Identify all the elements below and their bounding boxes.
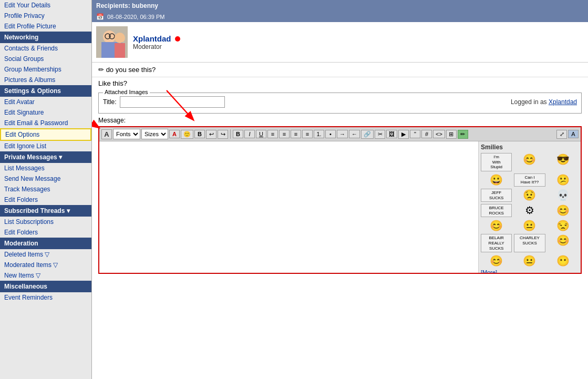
pencil-icon: ✏ xyxy=(98,66,104,74)
sidebar-item-edit-email-password[interactable]: Edit Email & Password xyxy=(0,118,91,128)
smiley-4[interactable]: 😕 xyxy=(548,173,579,187)
unordered-list-button[interactable]: • xyxy=(325,130,336,138)
sidebar-section-subscribed-threads: Subscribed Threads ▾ xyxy=(0,205,91,217)
align-right-button[interactable]: ≡ xyxy=(291,130,301,138)
smiley-3[interactable]: 😀 xyxy=(481,173,512,187)
unlink-button[interactable]: ✂ xyxy=(375,130,385,139)
sidebar-item-pictures-albums[interactable]: Pictures & Albums xyxy=(0,75,91,85)
smiley-14[interactable]: 😐 xyxy=(514,254,545,267)
sidebar: Edit Your Details Profile Privacy Edit P… xyxy=(0,0,92,379)
sidebar-item-track-messages[interactable]: Track Messages xyxy=(0,184,91,194)
eraser-button[interactable]: ✏ xyxy=(458,130,468,139)
message-date-bar: 📅 08-08-2020, 06:39 PM xyxy=(92,12,588,22)
editor-box: A Fonts Sizes A 🙂 B ↩ ↪ B xyxy=(98,126,582,274)
more-smilies-link[interactable]: [More] xyxy=(481,269,579,273)
user-role: Moderator xyxy=(133,43,180,50)
sidebar-item-send-new-message[interactable]: Send New Message xyxy=(0,173,91,184)
sidebar-item-list-subscriptions[interactable]: List Subscriptions xyxy=(0,217,91,227)
sidebar-item-edit-ignore-list[interactable]: Edit Ignore List xyxy=(0,141,91,151)
redo-button[interactable]: ↪ xyxy=(218,130,228,139)
sidebar-section-settings: Settings & Options xyxy=(0,85,91,97)
align-justify-button[interactable]: ≡ xyxy=(302,130,313,138)
message-date: 08-08-2020, 06:39 PM xyxy=(107,14,164,20)
message-section: Message: A Fonts Sizes A 🙂 B xyxy=(98,117,582,274)
message-textarea[interactable] xyxy=(101,144,476,271)
smiley-charley[interactable]: CHARLEYSUCKS xyxy=(514,234,545,252)
smiley-11[interactable]: 😒 xyxy=(548,219,579,232)
title-input[interactable] xyxy=(120,96,225,108)
bold-text-button[interactable]: B xyxy=(233,130,243,138)
bold-button[interactable]: B xyxy=(194,130,205,138)
smiley-6[interactable]: 💀 xyxy=(548,189,579,202)
smiley-15[interactable]: 😶 xyxy=(548,254,579,267)
smilies-grid: I'mWithStupid 😊 😎 😀 Can IHave It?? 😕 JEF… xyxy=(481,153,579,267)
smiley-9[interactable]: 😊 xyxy=(481,219,512,232)
like-text: Like this? xyxy=(92,77,588,89)
sidebar-item-edit-avatar[interactable]: Edit Avatar xyxy=(0,97,91,107)
font-style-button[interactable]: A xyxy=(101,129,112,139)
smiley-bruce-rocks[interactable]: BRUCEROCKS xyxy=(481,204,512,217)
smiley-12[interactable]: 😊 xyxy=(548,234,579,252)
textarea-wrap xyxy=(99,141,478,273)
link-button[interactable]: 🔗 xyxy=(361,130,374,139)
logged-in-user-link[interactable]: Xplantdad xyxy=(549,98,577,106)
sidebar-section-moderation: Moderation xyxy=(0,238,91,249)
fullscreen-button[interactable]: A xyxy=(568,130,579,138)
sidebar-item-profile-privacy[interactable]: Profile Privacy xyxy=(0,11,91,21)
sidebar-item-event-reminders[interactable]: Event Reminders xyxy=(0,292,91,303)
sidebar-item-group-memberships[interactable]: Group Memberships xyxy=(0,64,91,75)
smiley-13[interactable]: 😊 xyxy=(481,254,512,267)
undo-button[interactable]: ↩ xyxy=(206,130,216,139)
smiley-jeff-sucks[interactable]: JEFFSUCKS xyxy=(481,189,512,202)
main-content: Recipients: bubenny 📅 08-08-2020, 06:39 … xyxy=(92,0,588,379)
smiley-10[interactable]: 😐 xyxy=(514,219,545,232)
italic-text-button[interactable]: I xyxy=(244,130,255,138)
sidebar-item-edit-folders-subscribed[interactable]: Edit Folders xyxy=(0,227,91,238)
message-preview: ✏ do you see this? xyxy=(92,63,588,77)
smiley-can-i-have-it[interactable]: Can IHave It?? xyxy=(514,173,545,187)
table-button[interactable]: ⊞ xyxy=(446,130,457,139)
smiley-stupid[interactable]: I'mWithStupid xyxy=(481,153,512,171)
code-button[interactable]: <> xyxy=(433,130,445,138)
message-header: Xplantdad Moderator xyxy=(92,22,588,63)
expand-button[interactable]: ⤢ xyxy=(556,130,567,139)
ordered-list-button[interactable]: 1. xyxy=(314,130,324,138)
font-dropdown[interactable]: Fonts xyxy=(113,129,140,139)
smiley-5[interactable]: 😟 xyxy=(514,189,545,202)
smiley-2[interactable]: 😎 xyxy=(548,153,579,171)
sidebar-section-networking: Networking xyxy=(0,32,91,43)
sizes-dropdown[interactable]: Sizes xyxy=(141,129,168,139)
emoji-button[interactable]: 🙂 xyxy=(181,130,193,139)
smiley-8[interactable]: 😊 xyxy=(548,204,579,217)
username-link[interactable]: Xplantdad xyxy=(133,34,171,43)
sidebar-item-edit-options[interactable]: Edit Options xyxy=(0,128,91,141)
align-center-button[interactable]: ≡ xyxy=(279,130,290,138)
svg-point-6 xyxy=(115,33,125,43)
font-color-button[interactable]: A xyxy=(169,130,180,138)
outdent-button[interactable]: ← xyxy=(349,130,360,138)
align-left-button[interactable]: ≡ xyxy=(267,130,278,138)
smiley-1[interactable]: 😊 xyxy=(514,153,545,171)
sidebar-item-contacts[interactable]: Contacts & Friends xyxy=(0,43,91,54)
hash-button[interactable]: # xyxy=(421,130,432,138)
editor-toolbar: A Fonts Sizes A 🙂 B ↩ ↪ B xyxy=(99,127,581,141)
sidebar-item-edit-profile-picture[interactable]: Edit Profile Picture xyxy=(0,21,91,32)
indent-button[interactable]: → xyxy=(337,130,348,138)
message-text: do you see this? xyxy=(106,66,156,74)
smiley-7[interactable]: ⚙ xyxy=(514,204,545,217)
image-button[interactable]: 🖼 xyxy=(386,130,397,138)
underline-text-button[interactable]: U xyxy=(256,130,266,138)
sidebar-section-misc: Miscellaneous xyxy=(0,281,91,292)
quote-button[interactable]: " xyxy=(410,130,420,138)
sidebar-item-deleted-items[interactable]: Deleted Items ▽ xyxy=(0,249,91,260)
sidebar-item-edit-signature[interactable]: Edit Signature xyxy=(0,107,91,118)
editor-outer: Attached Images Title: Logged in as Xpla… xyxy=(92,89,588,277)
smiley-belair[interactable]: BELAIRREALLYSUCKS xyxy=(481,234,512,252)
sidebar-item-new-items[interactable]: New Items ▽ xyxy=(0,270,91,281)
sidebar-item-moderated-items[interactable]: Moderated Items ▽ xyxy=(0,260,91,270)
sidebar-item-social-groups[interactable]: Social Groups xyxy=(0,54,91,64)
sidebar-item-list-messages[interactable]: List Messages xyxy=(0,163,91,173)
sidebar-item-edit-your-details[interactable]: Edit Your Details xyxy=(0,0,91,11)
video-button[interactable]: ▶ xyxy=(398,130,409,139)
sidebar-item-edit-folders[interactable]: Edit Folders xyxy=(0,194,91,205)
